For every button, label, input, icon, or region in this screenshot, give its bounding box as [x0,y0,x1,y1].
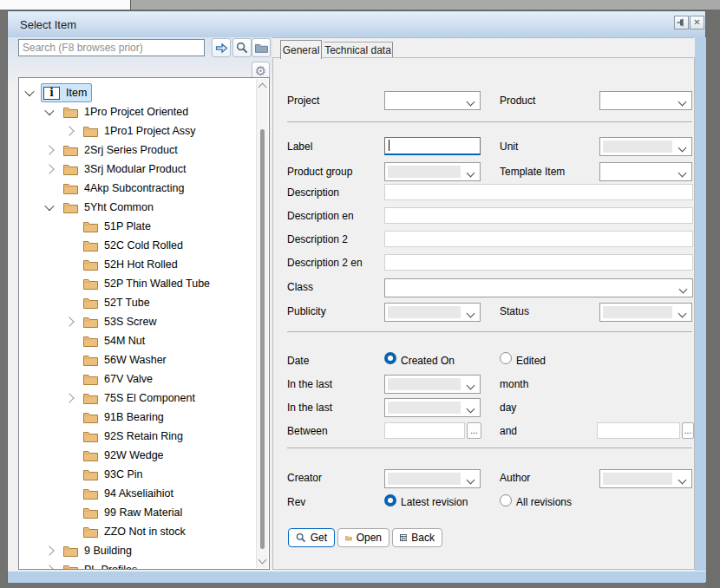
tree-item[interactable]: i 75S El Component [19,389,257,408]
all-revisions-radio[interactable] [500,494,512,506]
find-button[interactable] [232,38,252,57]
tree-item-content[interactable]: i 92S Retain Ring [81,427,188,446]
class-combo[interactable] [384,278,693,297]
tree-item[interactable]: i 56W Washer [19,350,257,369]
tab-general[interactable]: General [280,40,322,59]
tree-item[interactable]: i 52C Cold Rolled [19,236,257,255]
between-to-input[interactable] [597,422,680,439]
tree-item[interactable]: i 9 Building [19,541,257,560]
tree-item[interactable]: i 99 Raw Material [19,503,257,522]
tree-item-content[interactable]: i 5Yht Common [61,198,159,217]
publicity-combo[interactable] [384,303,481,322]
scroll-down-icon[interactable] [259,556,267,565]
tree-expand-chevron[interactable] [44,164,54,173]
description-en-input[interactable] [384,207,693,224]
tree-expand-chevron[interactable] [44,106,54,115]
tree-item-content[interactable]: i 67V Valve [81,369,158,389]
scroll-up-icon[interactable] [259,83,267,92]
go-button[interactable] [212,38,231,57]
tree-item-content[interactable]: i 56W Washer [81,350,172,369]
tree-item[interactable]: i 1Pro1 Project Assy [19,121,257,140]
creator-combo[interactable] [384,469,481,488]
created-on-radio[interactable] [384,352,396,364]
tree-item-content[interactable]: i 9 Building [61,541,137,560]
tree-item[interactable]: i 91B Bearing [19,408,257,427]
tree-item-content[interactable]: i 93C Pin [81,465,147,484]
tree-item[interactable]: i 54M Nut [19,331,257,350]
tree-expand-chevron[interactable] [24,87,34,96]
tree-item[interactable]: i ZZO Not in stock [19,522,257,541]
edited-radio[interactable] [500,352,512,364]
tree-item-content[interactable]: i 94 Akseliaihiot [81,484,179,503]
tree-item[interactable]: i 52T Tube [19,293,257,312]
tree-item-content[interactable]: i 52C Cold Rolled [81,236,188,255]
tree-item[interactable]: i Item [19,83,257,102]
tree-item-content[interactable]: i ZZO Not in stock [81,522,191,541]
unit-combo[interactable] [599,137,692,156]
tree-expand-chevron[interactable] [44,145,54,154]
tree-item-content[interactable]: i 4Akp Subcontracting [61,179,189,198]
description-input[interactable] [384,184,693,200]
in-the-last-month-combo[interactable] [384,375,481,394]
project-combo[interactable] [384,91,481,110]
tree-item[interactable]: i 52P Thin Walled Tube [19,274,257,293]
tree-item[interactable]: i 3Srj Modular Product [19,160,257,179]
tree-item-content[interactable]: i 52H Hot Rolled [81,255,183,274]
tree-item[interactable]: i 92S Retain Ring [19,427,257,446]
tree-item-content[interactable]: i 75S El Component [81,389,200,408]
tree-item-content[interactable]: i 3Srj Modular Product [61,160,191,179]
product-group-combo[interactable] [384,162,481,181]
tree-item[interactable]: i 4Akp Subcontracting [19,179,257,198]
browse-button[interactable] [252,38,271,57]
latest-revision-radio[interactable] [384,494,396,506]
tree-item-content[interactable]: i 51P Plate [81,217,156,236]
label-input[interactable] [384,137,481,155]
description2-en-input[interactable] [384,254,693,271]
tree-item[interactable]: i 51P Plate [19,217,257,236]
template-item-combo[interactable] [599,162,692,181]
tab-technical-data[interactable]: Technical data [324,42,393,57]
tree-item[interactable]: i PL-Profiles [19,560,257,570]
tree-item-content[interactable]: i 1Pro1 Project Assy [81,121,201,140]
tree-item[interactable]: i 53S Screw [19,312,257,331]
tree-item[interactable]: i 94 Akseliaihiot [19,484,257,503]
tree-item[interactable]: i 52H Hot Rolled [19,255,257,274]
tree-item-content[interactable]: i PL-Profiles [61,560,142,570]
description2-input[interactable] [384,231,693,247]
tree-item-content[interactable]: i 54M Nut [81,331,150,350]
tree-item-content[interactable]: i 2Srj Series Product [61,140,183,160]
tree-item[interactable]: i 67V Valve [19,369,257,389]
tree-item[interactable]: i 92W Wedge [19,446,257,465]
tree-item-content[interactable]: i 91B Bearing [81,408,169,427]
back-button[interactable]: Back [392,528,442,547]
status-combo[interactable] [599,303,692,322]
tree-item-content[interactable]: i 99 Raw Material [81,503,187,522]
in-the-last-day-combo[interactable] [384,398,481,417]
close-button[interactable]: ✕ [690,16,704,29]
tree-expand-chevron[interactable] [64,126,74,135]
scrollbar-thumb[interactable] [260,129,265,549]
tree-item-content[interactable]: i Item [41,83,92,102]
tree-item-content[interactable]: i 52T Tube [81,293,155,312]
tree-item[interactable]: i 2Srj Series Product [19,140,257,160]
tree-item-content[interactable]: i 53S Screw [81,312,161,331]
tree-item-content[interactable]: i 92W Wedge [81,446,169,465]
dialog-titlebar[interactable]: Select Item ✕ [8,11,705,38]
between-from-browse-button[interactable]: ... [467,422,481,439]
tree-item[interactable]: i 93C Pin [19,465,257,484]
tree-scrollbar[interactable] [256,79,268,568]
between-to-browse-button[interactable]: ... [682,422,694,439]
get-button[interactable]: Get [288,528,335,547]
open-button[interactable]: Open [337,528,389,547]
tree-item-content[interactable]: i 1Pro Projcet Oriented [61,102,193,121]
between-from-input[interactable] [384,422,465,439]
tree-expand-chevron[interactable] [64,393,74,402]
pin-button[interactable] [674,16,689,29]
search-input[interactable] [18,39,205,56]
tree-item[interactable]: i 1Pro Projcet Oriented [19,102,257,121]
tree-expand-chevron[interactable] [64,317,74,326]
tree-expand-chevron[interactable] [44,546,54,555]
tree-expand-chevron[interactable] [44,201,54,211]
author-combo[interactable] [599,469,692,488]
tree-item[interactable]: i 5Yht Common [19,198,257,217]
